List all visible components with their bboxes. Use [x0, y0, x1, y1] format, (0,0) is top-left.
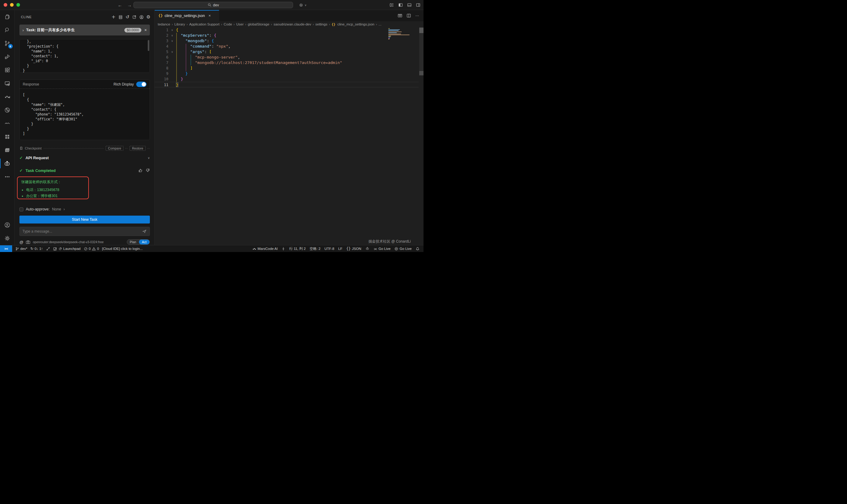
camera-icon[interactable] — [26, 240, 30, 244]
code-line[interactable]: 10 } — [155, 76, 419, 82]
code-line[interactable]: 3∨ "mongodb": { — [155, 38, 419, 44]
close-task-icon[interactable]: × — [144, 28, 147, 33]
auto-approve-checkbox[interactable] — [19, 208, 23, 211]
maximize-window-button[interactable] — [16, 3, 20, 7]
request-code-block[interactable]: }, "projection": { "name": 1, "contact":… — [19, 39, 150, 73]
toggle-panel-icon[interactable] — [407, 3, 412, 7]
language-mode[interactable]: {} JSON — [346, 247, 361, 251]
breadcrumb-item[interactable]: ... — [378, 22, 382, 26]
code-line[interactable]: 9 } — [155, 71, 419, 76]
remote-explorer-icon[interactable] — [0, 77, 15, 90]
code-line[interactable]: 8 ] — [155, 66, 419, 71]
settings-gear-icon[interactable]: ⚙ — [146, 15, 151, 19]
task-header[interactable]: › Task: 目前一共有多少名学生 $0.0000 × — [19, 24, 150, 35]
scrollbar-thumb[interactable] — [419, 28, 423, 33]
cursor-position[interactable]: 行 11, 列 2 — [289, 247, 305, 251]
compare-button[interactable]: Compare — [106, 146, 123, 151]
commit-icon[interactable] — [282, 247, 285, 251]
notifications-bell-icon[interactable] — [416, 247, 420, 251]
more-views-icon[interactable] — [0, 170, 15, 183]
cline-robot-icon[interactable] — [0, 157, 15, 170]
indentation[interactable]: 空格: 2 — [310, 247, 321, 251]
mention-icon[interactable]: @ — [19, 240, 23, 245]
problems-item[interactable]: 0 0 — [84, 247, 99, 251]
code-editor[interactable]: 1∨{2∨ "mcpServers": {3∨ "mongodb": {4 "c… — [155, 27, 419, 87]
encoding[interactable]: UTF-8 — [324, 247, 334, 251]
minimap[interactable] — [388, 28, 410, 40]
source-control-icon[interactable]: 6 — [0, 37, 15, 50]
go-live-play[interactable]: Go Live — [394, 247, 412, 251]
search-icon[interactable] — [0, 23, 15, 37]
rich-display-toggle[interactable] — [136, 82, 146, 87]
robot-extension-icon[interactable] — [365, 247, 370, 251]
code-line[interactable]: 1∨{ — [155, 27, 419, 33]
remote-indicator[interactable]: >< — [0, 245, 12, 252]
breadcrumb-item[interactable]: Application Support — [189, 22, 219, 26]
fold-chevron-icon[interactable]: ∨ — [169, 33, 176, 38]
act-option[interactable]: Act — [139, 239, 149, 245]
grid-extension-icon[interactable] — [0, 130, 15, 143]
split-editor-icon[interactable] — [406, 13, 411, 18]
extensions-icon[interactable] — [0, 64, 15, 77]
thumbs-up-icon[interactable] — [138, 168, 143, 173]
fold-chevron-icon[interactable]: ∨ — [169, 27, 176, 33]
chevron-down-icon[interactable]: ∨ — [148, 156, 150, 160]
marscode-ai-item[interactable]: MarsCode AI — [252, 247, 278, 251]
breadcrumb-item[interactable]: settings — [316, 22, 328, 26]
model-name[interactable]: openrouter:deepseek/deepseek-chat-v3-032… — [33, 240, 104, 244]
history-forward-button[interactable]: → — [127, 2, 132, 7]
marscode-blocks-icon[interactable] — [0, 90, 15, 103]
tab-cline-mcp-settings[interactable]: {} cline_mcp_settings.json × — [155, 10, 219, 21]
git-graph-icon[interactable] — [46, 247, 50, 251]
open-changes-icon[interactable] — [398, 13, 402, 18]
start-new-task-button[interactable]: Start New Task — [19, 216, 150, 223]
fold-chevron-icon[interactable]: ∨ — [169, 49, 176, 55]
breadcrumb-item[interactable]: User — [236, 22, 244, 26]
close-tab-icon[interactable]: × — [208, 13, 211, 18]
accounts-icon[interactable] — [0, 218, 15, 232]
fold-chevron-icon[interactable]: ∨ — [169, 38, 176, 44]
breadcrumb-item[interactable]: tedance — [158, 22, 170, 26]
account-icon[interactable] — [139, 15, 144, 19]
breadcrumb-item[interactable]: globalStorage — [248, 22, 269, 26]
breadcrumb-item[interactable]: saoudrizwan.claude-dev — [273, 22, 311, 26]
thumbs-down-icon[interactable] — [146, 168, 150, 173]
more-actions-icon[interactable]: ⋯ — [415, 14, 419, 18]
message-input[interactable]: Type a message... — [19, 227, 150, 236]
code-line[interactable]: 6 "mcp-mongo-server", — [155, 55, 419, 60]
code-line[interactable]: 4 "command": "npx", — [155, 44, 419, 49]
code-line[interactable]: 5∨ "args": [ — [155, 49, 419, 55]
explorer-icon[interactable] — [0, 10, 15, 23]
mcp-servers-icon[interactable] — [118, 15, 123, 19]
breadcrumb-item[interactable]: Code — [224, 22, 232, 26]
code-line[interactable]: 7 "mongodb://localhost:27017/studentMana… — [155, 60, 419, 66]
breadcrumb-item[interactable]: Library — [174, 22, 185, 26]
scrollbar-thumb[interactable] — [148, 40, 149, 51]
api-request-row[interactable]: ✓ API Request ∨ — [19, 155, 150, 160]
codebox-extension-icon[interactable]: </> — [0, 143, 15, 157]
toggle-secondary-sidebar-icon[interactable] — [416, 3, 421, 7]
code-line[interactable]: 11} — [155, 82, 419, 87]
squiggle-extension-icon[interactable] — [0, 117, 15, 130]
command-center-search[interactable]: dev — [134, 2, 293, 8]
send-icon[interactable] — [142, 229, 147, 234]
settings-gear-icon[interactable] — [0, 232, 15, 245]
history-back-button[interactable]: ← — [118, 2, 122, 7]
toggle-primary-sidebar-icon[interactable] — [398, 3, 403, 7]
git-sync-item[interactable]: ↻ 0↓ 1↑ — [30, 247, 43, 251]
plan-option[interactable]: Plan — [127, 239, 139, 245]
gitlens-icon[interactable] — [0, 103, 15, 117]
auto-approve-row[interactable]: Auto-approve: None › — [19, 206, 150, 212]
git-branch-item[interactable]: dev* — [15, 247, 27, 251]
account-menu[interactable]: ∨ — [299, 0, 307, 10]
go-live-broadcast[interactable]: Go Live — [373, 247, 391, 251]
launchpad-item[interactable]: Launchpad — [53, 247, 81, 251]
history-icon[interactable]: ↺ — [126, 15, 129, 19]
new-task-icon[interactable]: + — [112, 15, 116, 19]
scrollbar-track[interactable] — [419, 27, 423, 76]
eol[interactable]: LF — [338, 247, 342, 251]
open-external-icon[interactable] — [132, 15, 137, 19]
run-debug-icon[interactable] — [0, 50, 15, 64]
breadcrumb-item[interactable]: {} cline_mcp_settings.json — [332, 22, 374, 26]
cloud-ide-login[interactable]: [Cloud IDE] click to login... — [102, 247, 143, 251]
